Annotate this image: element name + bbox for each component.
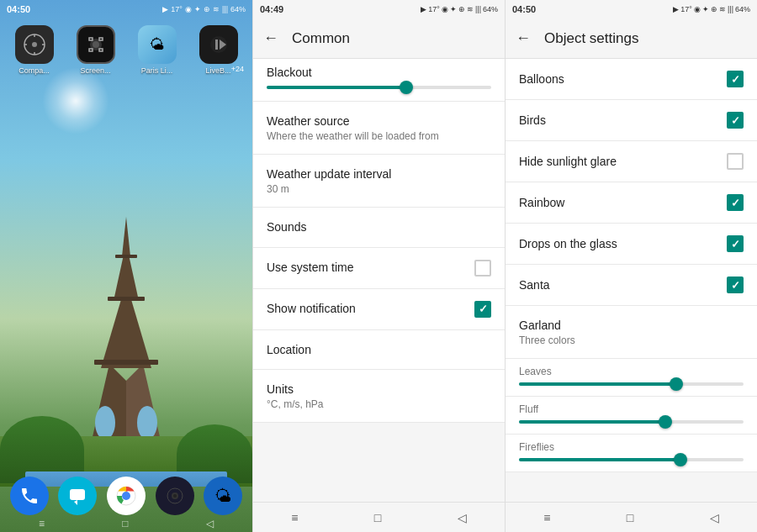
rainbow-checkbox[interactable] [727,194,744,211]
leaves-slider-item: Leaves [506,359,757,397]
hide-sunlight-title: Hide sunlight glare [519,154,727,169]
fireflies-thumb[interactable] [674,453,687,466]
svg-rect-25 [70,489,85,500]
dock: 🌤 [7,477,246,515]
object-back-button[interactable]: ← [516,29,531,47]
svg-point-8 [95,406,115,440]
svg-point-11 [32,42,37,47]
show-notification-item[interactable]: Show notification [253,289,505,330]
blackout-slider-item: Blackout [253,59,505,102]
sun-glare [42,67,109,134]
dock-camera[interactable] [152,477,198,515]
svg-rect-21 [99,49,103,51]
drops-item[interactable]: Drops on the glass [506,224,757,265]
common-back-button[interactable]: ← [263,29,278,47]
leaves-thumb[interactable] [670,377,683,391]
common-status-icons: ▶ 17° ◉ ✦ ⊕ ≋ ||| 64% [421,5,498,13]
location-item[interactable]: Location [253,330,505,370]
app-paris-label: Paris Li... [141,66,173,75]
system-time-checkbox[interactable] [474,260,491,277]
svg-rect-19 [99,38,103,40]
dock-weather[interactable]: 🌤 [200,477,246,515]
common-nav-back[interactable]: ◁ [458,511,467,524]
object-settings-panel: 04:50 ▶ 17° ◉ ✦ ⊕ ≋ ||| 64% ← Object set… [505,0,757,532]
svg-point-17 [93,41,99,48]
svg-rect-6 [108,297,145,301]
dock-phone[interactable] [7,477,52,515]
app-live-b-label: LiveB... [205,66,230,75]
hide-sunlight-checkbox[interactable] [727,153,744,170]
fireflies-track[interactable] [519,458,744,461]
home-screen: 04:50 ▶ 17° ◉ ✦ ⊕ ≋ ||| 64% Compa... Scr… [0,0,252,532]
birds-title: Birds [519,113,727,128]
location-title: Location [267,342,491,357]
garland-item[interactable]: Garland Three colors [506,306,757,359]
status-icons: ▶ 17° ◉ ✦ ⊕ ≋ ||| 64% [162,5,246,13]
weather-interval-item[interactable]: Weather update interval 30 m [253,155,505,208]
common-settings-panel: 04:49 ▶ 17° ◉ ✦ ⊕ ≋ ||| 64% ← Common Bla… [252,0,505,532]
blackout-track[interactable] [267,86,491,89]
common-nav-bar: ≡ □ ◁ [253,502,505,532]
app-compass[interactable]: Compa... [7,25,61,75]
object-status-bar: 04:50 ▶ 17° ◉ ✦ ⊕ ≋ ||| 64% [506,0,757,18]
common-nav-home[interactable]: □ [374,511,381,524]
svg-point-9 [137,406,157,440]
birds-checkbox[interactable] [727,112,744,129]
rainbow-title: Rainbow [519,195,727,210]
object-nav-back[interactable]: ◁ [710,511,719,524]
object-nav-home[interactable]: □ [627,511,633,524]
home-nav-home[interactable]: □ [122,518,128,529]
object-nav-menu[interactable]: ≡ [543,511,550,524]
common-settings-content: Blackout Weather source Where the weathe… [253,59,505,502]
birds-item[interactable]: Birds [506,100,757,141]
show-notification-checkbox[interactable] [474,301,491,318]
dock-chrome[interactable] [103,477,149,515]
weather-source-subtitle: Where the weather will be loaded from [267,130,491,142]
garland-title: Garland [519,318,744,333]
units-subtitle: °C, m/s, hPa [267,398,491,410]
system-time-title: Use system time [267,260,474,275]
weather-source-title: Weather source [267,113,491,129]
system-time-item[interactable]: Use system time [253,248,505,289]
santa-title: Santa [519,277,727,292]
blackout-thumb[interactable] [400,81,413,94]
eiffel-tower-illustration [76,213,177,473]
fluff-slider-item: Fluff [506,397,757,435]
rainbow-item[interactable]: Rainbow [506,182,757,224]
home-nav-back[interactable]: ◁ [206,518,214,529]
app-screenshot[interactable]: Screen... [68,25,123,75]
home-nav-bar: ≡ □ ◁ [0,515,252,532]
units-item[interactable]: Units °C, m/s, hPa [253,370,505,423]
svg-marker-3 [114,255,139,301]
balloons-checkbox[interactable] [727,71,744,87]
svg-point-30 [173,494,177,498]
units-title: Units [267,382,491,397]
drops-title: Drops on the glass [519,236,727,251]
home-nav-menu[interactable]: ≡ [39,518,45,529]
object-header: ← Object settings [506,18,757,59]
object-nav-bar: ≡ □ ◁ [506,502,757,532]
app-paris-live[interactable]: 🌤 +24 Paris Li... [130,25,184,75]
fluff-thumb[interactable] [659,415,672,429]
common-nav-menu[interactable]: ≡ [291,511,298,524]
drops-checkbox[interactable] [727,235,744,252]
hide-sunlight-item[interactable]: Hide sunlight glare [506,141,757,182]
fireflies-slider-item: Fireflies [506,435,757,472]
app-grid: Compa... Screen... 🌤 +24 Paris Li... Liv… [7,25,246,75]
weather-interval-subtitle: 30 m [267,183,491,195]
santa-checkbox[interactable] [727,277,744,293]
show-notification-title: Show notification [267,301,474,316]
svg-rect-20 [89,49,93,51]
svg-rect-18 [89,38,93,40]
balloons-item[interactable]: Balloons [506,59,757,100]
fluff-label: Fluff [519,403,744,415]
sounds-item[interactable]: Sounds [253,208,505,247]
fireflies-label: Fireflies [519,441,744,453]
dock-messages[interactable] [56,477,101,515]
weather-source-item[interactable]: Weather source Where the weather will be… [253,102,505,155]
weather-interval-title: Weather update interval [267,166,491,182]
leaves-track[interactable] [519,382,744,386]
blackout-label: Blackout [267,66,491,79]
fluff-track[interactable] [519,420,744,424]
santa-item[interactable]: Santa [506,265,757,306]
